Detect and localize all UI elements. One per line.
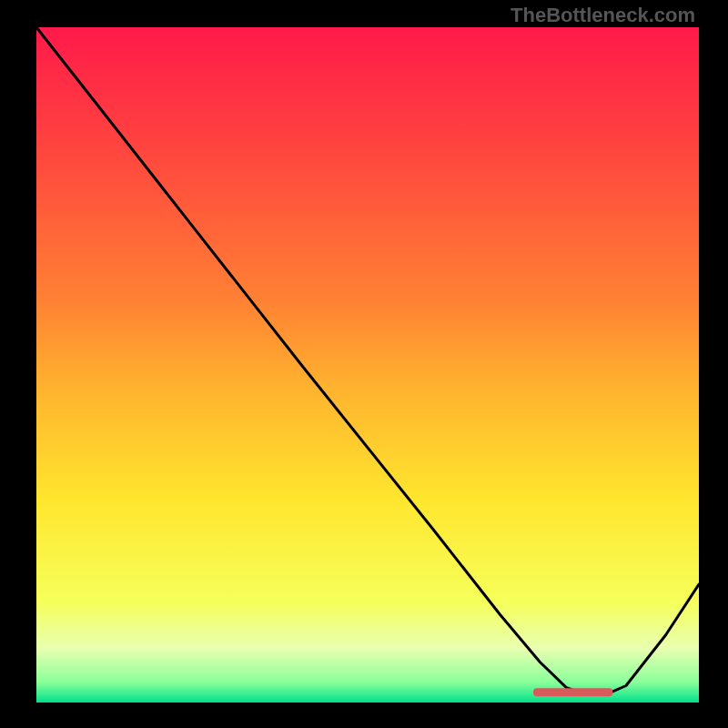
chart-svg bbox=[0, 0, 728, 728]
chart-container: { "watermark": "TheBottleneck.com", "cha… bbox=[0, 0, 728, 728]
plot-background bbox=[36, 27, 699, 703]
optimal-marker bbox=[533, 688, 612, 696]
watermark-text: TheBottleneck.com bbox=[511, 4, 695, 27]
